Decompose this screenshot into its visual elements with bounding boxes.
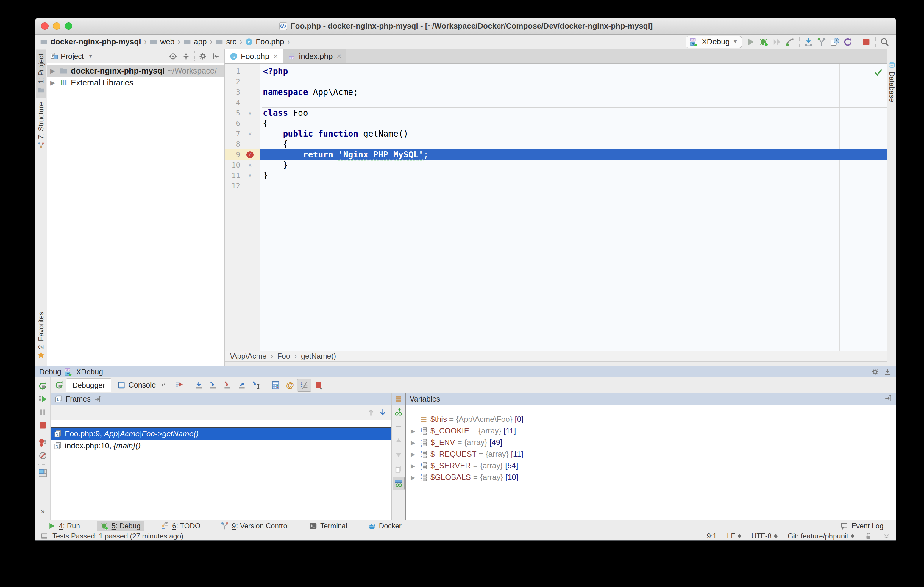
code-line[interactable] [261, 181, 887, 191]
code-line[interactable]: } [261, 160, 887, 170]
fold-marker[interactable]: ∧ [240, 163, 260, 168]
code-line[interactable] [261, 76, 887, 87]
editor-tab-indexphp[interactable]: phpindex.php× [283, 49, 346, 63]
search-everywhere-button[interactable] [878, 36, 891, 48]
gutter-line[interactable]: 2 [225, 76, 260, 87]
gutter-line[interactable]: 10 ∧ [225, 160, 260, 170]
variable-row[interactable]: ▶123 $_REQUEST = {array} [11] [406, 448, 896, 460]
locate-file-button[interactable] [167, 51, 178, 62]
breadcrumb-item[interactable]: app [183, 37, 206, 46]
expand-chevron-icon[interactable]: ▶ [408, 451, 417, 458]
status-widget-utf8[interactable]: UTF-8 [751, 532, 777, 540]
toolwindow-button-debug[interactable]: 5: Debug [97, 521, 144, 531]
inspection-status-icon[interactable] [873, 67, 883, 77]
move-watch-up-button[interactable] [393, 434, 404, 447]
tool-stripe-tab-database[interactable]: Database [887, 57, 896, 106]
toolwindow-button-eventlog[interactable]: Event Log [837, 521, 887, 531]
variable-row[interactable]: ▶123 $_ENV = {array} [49] [406, 437, 896, 448]
gutter-line[interactable]: 9 ✓ [225, 149, 260, 160]
breakpoint[interactable]: ✓ [240, 151, 260, 158]
gutter-line[interactable]: 7 ∨ [225, 129, 260, 139]
code-line[interactable]: class Foo [261, 108, 887, 118]
rollback-button[interactable] [841, 36, 854, 48]
resume-program-button[interactable] [37, 392, 49, 406]
code-area[interactable]: <?phpnamespace App\Acme;class Foo{ publi… [261, 64, 887, 351]
gutter-line[interactable]: 11 ∧ [225, 170, 260, 181]
force-step-into-button[interactable] [220, 379, 234, 392]
toolwindow-button-versioncontrol[interactable]: 9: Version Control [217, 521, 292, 531]
chevron-down-icon[interactable]: ▼ [88, 53, 93, 59]
editor-breadcrumb-item[interactable]: getName() [301, 352, 336, 361]
code-line[interactable]: namespace App\Acme; [261, 87, 887, 97]
toolwindow-button-todo[interactable]: 6: TODO [157, 521, 204, 531]
editor-breadcrumb-item[interactable]: \App\Acme [230, 352, 266, 361]
local-history-button[interactable] [828, 36, 841, 48]
status-widget-91[interactable]: 9:1 [707, 532, 716, 540]
breadcrumb-item[interactable]: docker-nginx-php-mysql [40, 37, 141, 46]
status-widget-lf[interactable]: LF [727, 532, 741, 540]
editor-breadcrumb-item[interactable]: Foo [277, 352, 290, 361]
more-actions-button[interactable]: » [41, 507, 45, 516]
gutter-line[interactable]: 12 [225, 181, 260, 191]
minimize-button[interactable] [53, 22, 60, 30]
step-out-button[interactable] [234, 379, 249, 392]
close-icon[interactable]: × [273, 52, 278, 61]
hide-debug-panel-icon[interactable] [883, 368, 892, 376]
code-line[interactable]: { [261, 118, 887, 129]
editor-tab-foophp[interactable]: cFoo.php× [225, 49, 283, 63]
code-line[interactable]: return 'Nginx PHP MySQL'; [261, 149, 887, 160]
run-to-cursor-button[interactable] [249, 379, 263, 392]
tool-stripe-tab-favorites[interactable]: 2: Favorites [36, 307, 46, 363]
rerun-button[interactable] [37, 379, 49, 392]
tool-stripe-tab-project[interactable]: 1: Project [36, 49, 46, 98]
threads-view-icon[interactable] [394, 395, 403, 403]
toolwindow-button-run[interactable]: 4: Run [44, 521, 84, 531]
update-project-button[interactable] [802, 36, 815, 48]
run-configuration-select[interactable]: php XDebug ▼ [686, 36, 742, 48]
stop-button[interactable] [37, 419, 49, 432]
write-lock-toggle[interactable] [865, 532, 872, 540]
status-message[interactable]: Tests Passed: 1 passed (27 minutes ago) [53, 532, 183, 540]
export-frames-icon[interactable] [94, 395, 102, 403]
debug-settings-icon[interactable] [871, 368, 879, 376]
previous-frame-icon[interactable] [366, 408, 375, 417]
debugger-tab-debugger[interactable]: Debugger [66, 378, 111, 392]
fold-marker[interactable]: ∨ [240, 110, 260, 115]
highlighting-level-button[interactable] [882, 532, 891, 540]
commit-changes-button[interactable] [815, 36, 828, 48]
editor[interactable]: 1 2 3 4 5 ∨ 6 7 ∨ 8 9 ✓ 10 ∧ 11 ∧ 12 [225, 64, 887, 351]
show-execution-point-button[interactable] [172, 379, 186, 392]
breakpoint-icon[interactable]: ✓ [246, 151, 254, 158]
view-breakpoints-button[interactable] [311, 379, 326, 392]
code-line[interactable]: { [261, 139, 887, 149]
stack-frame-row[interactable]: index.php:10, {main}() [51, 440, 391, 452]
fold-marker[interactable]: ∨ [240, 131, 260, 136]
gutter-line[interactable]: 4 [225, 97, 260, 108]
stack-frame-row[interactable]: Foo.php:9, App|Acme|Foo->getName() [51, 428, 391, 440]
listen-php-debug-connections-button[interactable] [784, 36, 797, 48]
toolwindow-toggle-icon[interactable] [41, 532, 48, 540]
gutter-line[interactable]: 3 [225, 87, 260, 97]
code-line[interactable]: <?php [261, 66, 887, 76]
step-into-button[interactable] [206, 379, 220, 392]
collapse-all-button[interactable] [180, 51, 192, 62]
breadcrumb-item[interactable]: web [149, 37, 175, 46]
code-line[interactable] [261, 97, 887, 108]
variable-row[interactable]: ▶123 $_COOKIE = {array} [11] [406, 425, 896, 437]
status-widget-gitfeaturephpunit[interactable]: Git: feature/phpunit [788, 532, 854, 540]
view-breakpoints-button[interactable] [37, 436, 49, 449]
zoom-button[interactable] [65, 22, 73, 30]
variable-row[interactable]: ▶123 $GLOBALS = {array} [10] [406, 472, 896, 483]
pause-program-button[interactable] [37, 406, 49, 419]
move-watch-down-button[interactable] [393, 448, 404, 462]
project-tree-row[interactable]: ▶ External Libraries [47, 77, 224, 89]
step-over-button[interactable] [192, 379, 206, 392]
export-variables-icon[interactable] [884, 394, 893, 402]
rerun-xdebug-button[interactable] [53, 381, 66, 390]
gutter-line[interactable]: 6 [225, 118, 260, 129]
show-watches-in-variables-button[interactable] [393, 477, 404, 490]
watch-button[interactable]: @ [283, 379, 297, 392]
editor-gutter[interactable]: 1 2 3 4 5 ∨ 6 7 ∨ 8 9 ✓ 10 ∧ 11 ∧ 12 [225, 64, 261, 351]
show-values-inline-button[interactable]: 12 [297, 379, 311, 392]
run-with-coverage-button[interactable] [771, 36, 784, 48]
